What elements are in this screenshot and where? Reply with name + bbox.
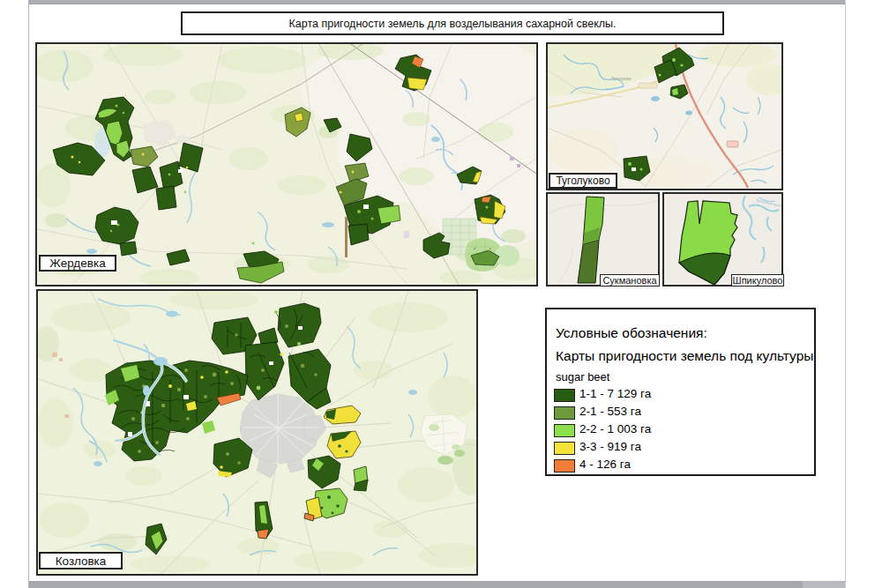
svg-text:Туголуково: Туголуково xyxy=(611,77,632,81)
